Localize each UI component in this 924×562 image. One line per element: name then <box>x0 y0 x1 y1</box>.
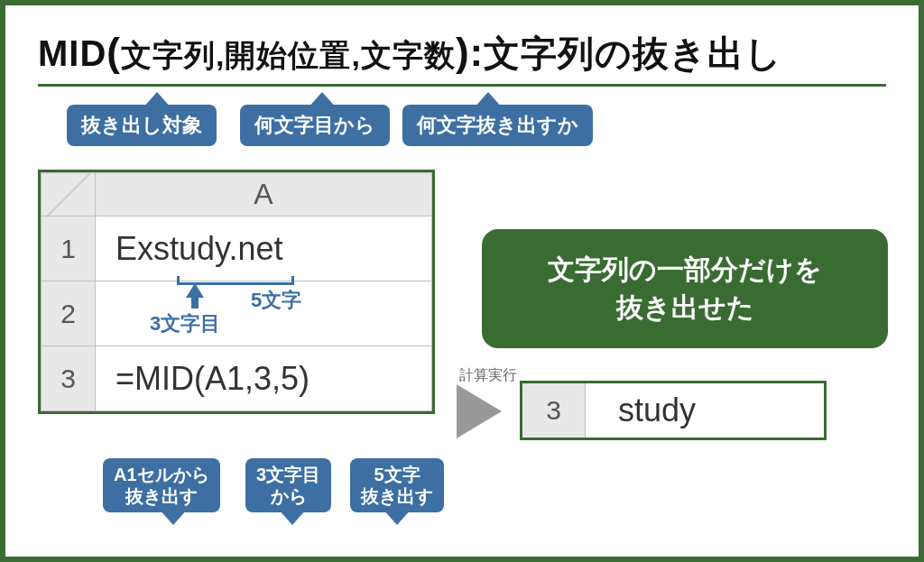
callout-arg3: 何文字抜き出すか <box>402 105 593 146</box>
paren-close: ): <box>456 30 484 74</box>
comma2: , <box>351 38 360 72</box>
play-icon <box>457 384 502 438</box>
result-row: 3 study <box>520 381 827 440</box>
summary-box: 文字列の一部分だけを 抜き出せた <box>482 229 888 348</box>
annot-five: 5文字 <box>251 287 301 314</box>
col-header-a: A <box>96 173 432 217</box>
title-desc: 文字列の抜き出し <box>484 33 782 73</box>
row-header-3: 3 <box>42 346 96 411</box>
title-func: MID <box>38 33 106 73</box>
callout-arg1: 抜き出し対象 <box>67 105 217 146</box>
outer-frame: MID(文字列,開始位置,文字数):文字列の抜き出し 抜き出し対象 何文字目から… <box>0 0 924 562</box>
callout-3rd: 3文字目 から <box>245 458 331 512</box>
cell-a1: Exstudy.net <box>96 217 432 281</box>
exec-label: 計算実行 <box>459 366 517 385</box>
callout-arg2: 何文字目から <box>240 105 390 146</box>
result-value: study <box>586 383 824 438</box>
annot-three: 3文字目 <box>150 310 220 337</box>
callout-5chars: 5文字 抜き出す <box>350 458 444 512</box>
title-arg3: 文字数 <box>361 38 456 72</box>
cell-a3: =MID(A1,3,5) <box>96 346 432 411</box>
title-arg2: 開始位置 <box>225 38 351 72</box>
spreadsheet: A 1 Exstudy.net 2 3 =MID(A1,3,5) <box>38 170 435 414</box>
row-header-2: 2 <box>42 281 96 346</box>
result-row-header: 3 <box>522 383 586 438</box>
callout-a1: A1セルから 抜き出す <box>103 458 220 512</box>
row-header-1: 1 <box>42 217 96 281</box>
page-title: MID(文字列,開始位置,文字数):文字列の抜き出し <box>38 29 886 87</box>
paren-open: ( <box>106 30 121 74</box>
sheet-corner <box>42 173 96 217</box>
title-arg1: 文字列 <box>121 38 216 72</box>
comma1: , <box>216 38 225 72</box>
